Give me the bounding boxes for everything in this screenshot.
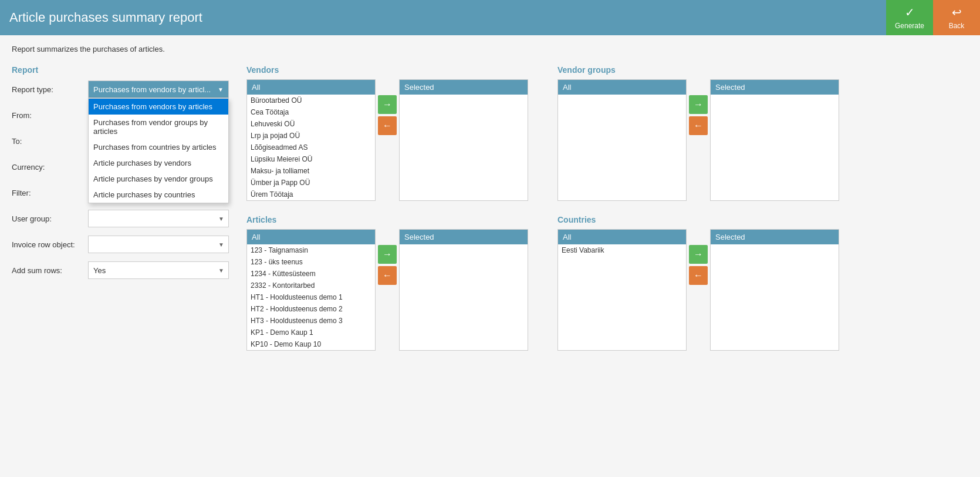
vendor-groups-selected-header: Selected: [711, 80, 839, 95]
report-option-1[interactable]: Purchases from vendors by articles: [89, 99, 228, 115]
vendors-all-list[interactable]: Bürootarbed OÜ Cea Töötaja Lehuveski OÜ …: [247, 95, 375, 200]
list-item[interactable]: Bürootarbed OÜ: [247, 95, 375, 106]
add-sum-row: Add sum rows: Yes No: [12, 261, 229, 279]
invoice-row-control: [88, 236, 229, 253]
list-item[interactable]: Lehuveski OÜ: [247, 118, 375, 130]
countries-section: Countries All Eesti Vabariik → ←: [557, 215, 839, 351]
list-item[interactable]: Ürem Töötaja: [247, 189, 375, 200]
vendor-groups-section: Vendor groups All → ← Selected: [557, 65, 839, 201]
report-option-6[interactable]: Article purchases by countries: [89, 187, 228, 203]
vendor-groups-title: Vendor groups: [557, 65, 839, 75]
back-icon: ↩: [952, 5, 962, 19]
list-item[interactable]: HT1 - Hooldusteenus demo 1: [247, 291, 375, 303]
user-group-control: [88, 210, 229, 227]
generate-icon: ✓: [905, 5, 915, 19]
list-item[interactable]: Ümber ja Papp OÜ: [247, 177, 375, 189]
countries-all-list[interactable]: Eesti Vabariik: [558, 244, 686, 350]
back-label: Back: [949, 22, 965, 30]
vendor-groups-selected-panel: Selected: [710, 79, 839, 201]
list-item[interactable]: Eesti Vabariik: [558, 244, 686, 256]
report-option-2[interactable]: Purchases from vendor groups by articles: [89, 115, 228, 139]
articles-add-button[interactable]: →: [378, 245, 397, 264]
articles-all-panel: All 123 - Taignamasin 123 - üks teenus 1…: [246, 229, 376, 351]
report-option-5[interactable]: Article purchases by vendor groups: [89, 171, 228, 187]
vendor-groups-remove-button[interactable]: ←: [689, 116, 708, 135]
vendor-groups-all-panel: All: [557, 79, 687, 201]
report-option-3[interactable]: Purchases from countries by articles: [89, 139, 228, 155]
vendors-add-button[interactable]: →: [378, 95, 397, 114]
invoice-row-label: Invoice row object:: [12, 240, 88, 249]
report-type-dropdown: Purchases from vendors by articles Purch…: [88, 98, 229, 203]
left-panel: Report Report type: Purchases from vendo…: [12, 65, 229, 351]
articles-selected-panel: Selected: [399, 229, 528, 351]
articles-all-header: All: [247, 230, 375, 244]
articles-selected-list[interactable]: [400, 244, 528, 350]
list-item[interactable]: Maksu- ja tolliamet: [247, 165, 375, 177]
report-type-row: Report type: Purchases from vendors by a…: [12, 80, 229, 98]
articles-arrows: → ←: [376, 245, 399, 285]
list-item[interactable]: Lüpsiku Meierei OÜ: [247, 153, 375, 165]
countries-add-button[interactable]: →: [689, 245, 708, 264]
report-type-control: Purchases from vendors by articl... Purc…: [88, 80, 229, 98]
currency-label: Currency:: [12, 163, 88, 172]
vendor-groups-row: All → ← Selected: [557, 79, 839, 201]
countries-arrows: → ←: [687, 245, 710, 285]
bottom-panel-row: Articles All 123 - Taignamasin 123 - üks…: [246, 215, 968, 351]
page-title: Article purchases summary report: [9, 10, 202, 25]
countries-selected-header: Selected: [711, 230, 839, 244]
invoice-row-select[interactable]: [88, 236, 229, 253]
vendor-groups-all-list[interactable]: [558, 95, 686, 200]
vendors-all-header: All: [247, 80, 375, 95]
list-item[interactable]: HT2 - Hooldusteenus demo 2: [247, 303, 375, 315]
description: Report summarizes the purchases of artic…: [12, 45, 968, 53]
countries-selected-panel: Selected: [710, 229, 839, 351]
vendor-groups-selected-list[interactable]: [711, 95, 839, 200]
vendors-all-panel: All Bürootarbed OÜ Cea Töötaja Lehuveski…: [246, 79, 376, 201]
report-type-selected[interactable]: Purchases from vendors by articl...: [88, 80, 229, 98]
report-type-dropdown-container: Purchases from vendors by articl... Purc…: [88, 80, 229, 98]
back-button[interactable]: ↩ Back: [933, 0, 980, 35]
add-sum-label: Add sum rows:: [12, 266, 88, 275]
countries-title: Countries: [557, 215, 839, 224]
countries-all-header: All: [558, 230, 686, 244]
top-panel-row: Vendors All Bürootarbed OÜ Cea Töötaja L…: [246, 65, 968, 201]
list-item[interactable]: HT3 - Hooldusteenus demo 3: [247, 315, 375, 327]
vendors-selected-list[interactable]: [400, 95, 528, 200]
vendors-remove-button[interactable]: ←: [378, 116, 397, 135]
countries-remove-button[interactable]: ←: [689, 266, 708, 285]
vendors-selected-panel: Selected: [399, 79, 528, 201]
list-item[interactable]: Lõõgiseadmed AS: [247, 142, 375, 153]
invoice-row-row: Invoice row object:: [12, 236, 229, 253]
vendor-groups-add-button[interactable]: →: [689, 95, 708, 114]
list-item[interactable]: KP10 - Demo Kaup 10: [247, 338, 375, 350]
user-group-label: User group:: [12, 214, 88, 223]
report-section-title: Report: [12, 65, 229, 75]
report-option-4[interactable]: Article purchases by vendors: [89, 155, 228, 171]
articles-selected-header: Selected: [400, 230, 528, 244]
header-buttons: ✓ Generate ↩ Back: [886, 0, 980, 35]
countries-selected-list[interactable]: [711, 244, 839, 350]
main-content: Report summarizes the purchases of artic…: [0, 35, 980, 477]
vendors-section: Vendors All Bürootarbed OÜ Cea Töötaja L…: [246, 65, 528, 201]
list-item[interactable]: 123 - üks teenus: [247, 256, 375, 268]
list-item[interactable]: 2332 - Kontoritarbed: [247, 280, 375, 291]
report-type-label: Report type:: [12, 85, 88, 94]
countries-all-panel: All Eesti Vabariik: [557, 229, 687, 351]
vendors-title: Vendors: [246, 65, 528, 75]
list-item[interactable]: 123 - Taignamasin: [247, 244, 375, 256]
list-item[interactable]: Lrp ja pojad OÜ: [247, 130, 375, 142]
list-item[interactable]: 1234 - Küttesüsteem: [247, 268, 375, 280]
generate-button[interactable]: ✓ Generate: [886, 0, 933, 35]
add-sum-select[interactable]: Yes No: [88, 261, 229, 279]
vendor-groups-all-header: All: [558, 80, 686, 95]
articles-title: Articles: [246, 215, 528, 224]
articles-all-list[interactable]: 123 - Taignamasin 123 - üks teenus 1234 …: [247, 244, 375, 350]
to-label: To:: [12, 137, 88, 146]
articles-remove-button[interactable]: ←: [378, 266, 397, 285]
user-group-row: User group:: [12, 210, 229, 227]
generate-label: Generate: [895, 22, 924, 30]
user-group-select[interactable]: [88, 210, 229, 227]
list-item[interactable]: Cea Töötaja: [247, 106, 375, 118]
list-item[interactable]: KP1 - Demo Kaup 1: [247, 327, 375, 338]
header: Article purchases summary report ✓ Gener…: [0, 0, 980, 35]
